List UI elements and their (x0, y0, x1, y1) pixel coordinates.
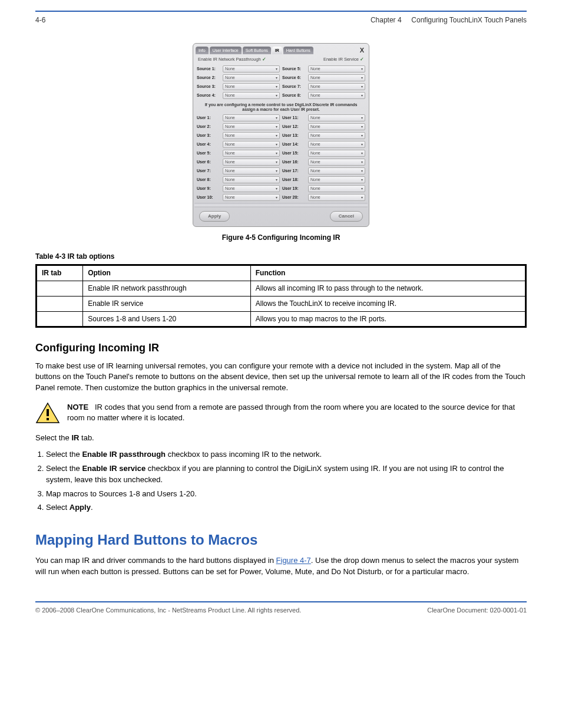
user-dropdown[interactable]: None▾ (308, 176, 365, 183)
note-text: NOTE IR codes that you send from a remot… (67, 402, 527, 423)
table-row: Enable IR network passthrough Allows all… (37, 281, 526, 297)
user-dropdown[interactable]: None▾ (308, 123, 365, 130)
source-field: Source 3:None▾ (197, 83, 280, 90)
ir-options-table: IR tab Option Function Enable IR network… (35, 264, 527, 328)
user-label: User 3: (197, 133, 222, 139)
tab-ir[interactable]: IR (272, 47, 282, 55)
chevron-down-icon: ▾ (276, 84, 277, 89)
user-dropdown[interactable]: None▾ (223, 185, 280, 192)
source-field: Source 4:None▾ (197, 92, 280, 99)
user-label: User 17: (282, 168, 307, 174)
user-dropdown[interactable]: None▾ (308, 159, 365, 166)
user-dropdown[interactable]: None▾ (223, 159, 280, 166)
svg-rect-1 (47, 409, 49, 416)
enable-ir-service-checkbox[interactable]: Enable IR Service (323, 57, 364, 63)
chevron-down-icon: ▾ (361, 133, 363, 138)
user-field: User 4:None▾ (197, 141, 280, 148)
user-field: User 20:None▾ (282, 194, 365, 201)
footer-copyright: © 2006–2008 ClearOne Communications, Inc… (35, 606, 301, 615)
user-dropdown[interactable]: None▾ (308, 167, 365, 174)
apply-button[interactable]: Apply (199, 211, 230, 221)
user-dropdown[interactable]: None▾ (223, 141, 280, 148)
steps-intro: Select the IR tab. (35, 433, 527, 444)
chapter-title: Configuring TouchLinX Touch Panels (411, 16, 527, 24)
footer-docnum: ClearOne Document: 020-0001-01 (427, 606, 527, 615)
steps-list: Select the Enable IR passthrough checkbo… (35, 449, 527, 513)
user-dropdown[interactable]: None▾ (223, 194, 280, 201)
warning-icon (35, 402, 60, 424)
user-dropdown[interactable]: None▾ (223, 176, 280, 183)
user-dropdown[interactable]: None▾ (223, 132, 280, 139)
source-field: Source 6:None▾ (282, 74, 365, 81)
source-label: Source 3: (197, 84, 222, 90)
user-dropdown[interactable]: None▾ (308, 150, 365, 157)
chevron-down-icon: ▾ (361, 93, 363, 98)
screenshot-midtext: If you are configuring a remote control … (196, 100, 366, 114)
source-dropdown[interactable]: None▾ (308, 83, 365, 90)
tab-user-interface[interactable]: User Interface (210, 47, 242, 55)
figure-caption: Figure 4-5 Configuring Incoming IR (35, 233, 527, 243)
chevron-down-icon: ▾ (276, 93, 277, 98)
user-field: User 8:None▾ (197, 176, 280, 183)
chevron-down-icon: ▾ (276, 160, 277, 164)
source-dropdown[interactable]: None▾ (223, 74, 280, 81)
table-header-irtab: IR tab (37, 265, 83, 281)
tab-info[interactable]: Info (196, 47, 209, 55)
chevron-down-icon: ▾ (276, 67, 277, 71)
user-field: User 15:None▾ (282, 150, 365, 157)
cancel-button[interactable]: Cancel (330, 211, 363, 221)
source-field: Source 7:None▾ (282, 83, 365, 90)
chevron-down-icon: ▾ (361, 84, 363, 89)
close-button[interactable]: X (358, 46, 366, 55)
source-dropdown[interactable]: None▾ (308, 92, 365, 99)
user-dropdown[interactable]: None▾ (308, 194, 365, 201)
user-field: User 5:None▾ (197, 150, 280, 157)
user-dropdown[interactable]: None▾ (223, 123, 280, 130)
tab-hard-buttons[interactable]: Hard Buttons (283, 47, 313, 55)
user-field: User 3:None▾ (197, 132, 280, 139)
source-field: Source 8:None▾ (282, 92, 365, 99)
source-dropdown[interactable]: None▾ (223, 83, 280, 90)
source-dropdown[interactable]: None▾ (308, 74, 365, 81)
user-dropdown[interactable]: None▾ (308, 185, 365, 192)
user-field: User 13:None▾ (282, 132, 365, 139)
note-prefix: NOTE (67, 403, 88, 411)
chevron-down-icon: ▾ (276, 116, 277, 120)
enable-ir-passthrough-checkbox[interactable]: Enable IR Network Passthrough (198, 57, 266, 63)
figure-link[interactable]: Figure 4-7 (276, 556, 311, 565)
user-label: User 16: (282, 159, 307, 165)
chevron-down-icon: ▾ (276, 124, 277, 129)
source-dropdown[interactable]: None▾ (223, 92, 280, 99)
section-heading-ir: Configuring Incoming IR (35, 341, 527, 355)
user-field: User 11:None▾ (282, 114, 365, 121)
user-field: User 16:None▾ (282, 159, 365, 166)
source-label: Source 5: (282, 66, 307, 72)
user-field: User 2:None▾ (197, 123, 280, 130)
source-label: Source 6: (282, 75, 307, 81)
svg-rect-2 (47, 418, 49, 420)
chevron-down-icon: ▾ (361, 116, 363, 120)
chevron-down-icon: ▾ (276, 142, 277, 147)
source-dropdown[interactable]: None▾ (308, 65, 365, 73)
chevron-down-icon: ▾ (361, 124, 363, 129)
user-label: User 15: (282, 150, 307, 156)
source-dropdown[interactable]: None▾ (223, 65, 280, 73)
chevron-down-icon: ▾ (276, 151, 277, 156)
user-dropdown[interactable]: None▾ (308, 114, 365, 121)
note-block: NOTE IR codes that you send from a remot… (35, 402, 527, 424)
note-body: IR codes that you send from a remote are… (67, 403, 515, 422)
user-dropdown[interactable]: None▾ (223, 167, 280, 174)
chevron-down-icon: ▾ (276, 133, 277, 138)
tab-soft-buttons[interactable]: Soft Buttons (243, 47, 271, 55)
section-para-ir: To make best use of IR learning universa… (35, 361, 527, 394)
user-dropdown[interactable]: None▾ (223, 114, 280, 121)
user-dropdown[interactable]: None▾ (223, 150, 280, 157)
user-dropdown[interactable]: None▾ (308, 141, 365, 148)
user-label: User 13: (282, 133, 307, 139)
user-dropdown[interactable]: None▾ (308, 132, 365, 139)
chevron-down-icon: ▾ (276, 169, 277, 173)
user-field: User 14:None▾ (282, 141, 365, 148)
user-field: User 17:None▾ (282, 167, 365, 174)
table-caption: Table 4-3 IR tab options (35, 252, 527, 262)
user-label: User 6: (197, 159, 222, 165)
